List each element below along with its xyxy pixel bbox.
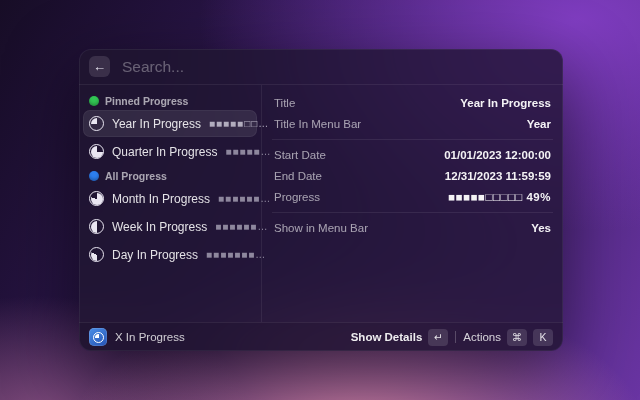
footer-actions: Show Details ↵ Actions ⌘ K	[351, 329, 553, 346]
detail-row-title: Title Year In Progress	[274, 94, 551, 112]
actions-label: Actions	[463, 331, 501, 343]
detail-panel: Title Year In Progress Title In Menu Bar…	[262, 85, 563, 322]
back-arrow-icon: ←	[93, 56, 106, 77]
list-item-label: Quarter In Progress	[112, 145, 217, 159]
list-item-quarter-in-progress[interactable]: Quarter In Progress ■■■■■…	[83, 138, 257, 165]
search-input[interactable]	[120, 57, 553, 77]
launcher-window: ← Pinned Progress Year In Progress ■■■■■…	[79, 49, 563, 351]
detail-value: 12/31/2023 11:59:59	[445, 170, 551, 182]
detail-value: Year	[527, 118, 551, 130]
detail-value: Year In Progress	[460, 97, 551, 109]
section-all-progress: All Progress	[83, 167, 257, 184]
back-button[interactable]: ←	[89, 56, 110, 77]
detail-value: 01/01/2023 12:00:00	[444, 149, 551, 161]
list-item-progress-blocks: ■■■■■■■…	[206, 249, 266, 260]
detail-divider	[272, 139, 553, 140]
detail-progress-blocks: ■■■■■□□□□□ 49%	[448, 191, 551, 203]
list-item-week-in-progress[interactable]: Week In Progress ■■■■■■…	[83, 213, 257, 240]
list-item-day-in-progress[interactable]: Day In Progress ■■■■■■■…	[83, 241, 257, 268]
pinned-dot-icon	[89, 96, 99, 106]
show-details-button[interactable]: Show Details ↵	[351, 329, 449, 346]
list-item-label: Year In Progress	[112, 117, 201, 131]
day-pie-icon	[89, 247, 104, 262]
list-item-progress-blocks: ■■■■■□□…	[209, 118, 269, 129]
cmd-key-icon: ⌘	[507, 329, 527, 346]
month-pie-icon	[89, 191, 104, 206]
action-bar: X In Progress Show Details ↵ Actions ⌘ K	[79, 322, 563, 351]
detail-label: Title In Menu Bar	[274, 118, 361, 130]
list-item-label: Month In Progress	[112, 192, 210, 206]
detail-divider	[272, 212, 553, 213]
detail-label: Progress	[274, 191, 320, 203]
list-item-year-in-progress[interactable]: Year In Progress ■■■■■□□…	[83, 110, 257, 137]
detail-label: Start Date	[274, 149, 326, 161]
progress-list: Pinned Progress Year In Progress ■■■■■□□…	[79, 85, 262, 322]
week-pie-icon	[89, 219, 104, 234]
list-item-progress-blocks: ■■■■■■…	[215, 221, 268, 232]
section-pinned-progress: Pinned Progress	[83, 92, 257, 109]
list-item-label: Day In Progress	[112, 248, 198, 262]
app-name: X In Progress	[115, 331, 185, 343]
detail-row-progress: Progress ■■■■■□□□□□ 49%	[274, 188, 551, 206]
detail-value: Yes	[531, 222, 551, 234]
all-dot-icon	[89, 171, 99, 181]
actions-button[interactable]: Actions ⌘ K	[463, 329, 553, 346]
quarter-pie-icon	[89, 144, 104, 159]
list-item-label: Week In Progress	[112, 220, 207, 234]
detail-row-title-in-menu-bar: Title In Menu Bar Year	[274, 115, 551, 133]
footer-separator	[455, 331, 456, 343]
enter-key-icon: ↵	[428, 329, 448, 346]
content-area: Pinned Progress Year In Progress ■■■■■□□…	[79, 85, 563, 322]
detail-label: End Date	[274, 170, 322, 182]
detail-label: Show in Menu Bar	[274, 222, 368, 234]
section-label: All Progress	[105, 170, 167, 182]
section-label: Pinned Progress	[105, 95, 188, 107]
detail-row-start-date: Start Date 01/01/2023 12:00:00	[274, 146, 551, 164]
detail-label: Title	[274, 97, 295, 109]
year-pie-icon	[89, 116, 104, 131]
list-item-month-in-progress[interactable]: Month In Progress ■■■■■■…	[83, 185, 257, 212]
k-key-icon: K	[533, 329, 553, 346]
progress-app-icon	[89, 328, 107, 346]
detail-row-show-in-menu-bar: Show in Menu Bar Yes	[274, 219, 551, 237]
show-details-label: Show Details	[351, 331, 423, 343]
search-bar: ←	[79, 49, 563, 85]
detail-row-end-date: End Date 12/31/2023 11:59:59	[274, 167, 551, 185]
